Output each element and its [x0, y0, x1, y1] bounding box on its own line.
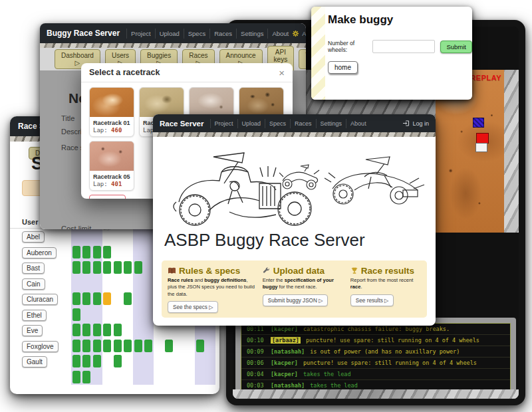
task-done-marker [93, 324, 101, 336]
task-done-marker [196, 340, 204, 352]
screenshot-collage: Race Server Dashboard ▷ Summary User 0-G… [0, 0, 532, 412]
user-button[interactable]: Ethel [22, 310, 47, 321]
nav-project[interactable]: Project [126, 29, 155, 39]
nav-settings[interactable]: Settings [316, 119, 346, 128]
task-cell [71, 291, 82, 307]
log-message: catastrophic chassis failure: buggy brea… [303, 326, 450, 332]
racetrack-lap: Lap: 460 [90, 127, 134, 136]
buggy-marker-red [476, 133, 489, 144]
home-button[interactable]: home [328, 61, 358, 74]
log-time: 00:11 [247, 326, 271, 332]
task-cell [133, 354, 144, 369]
cancel-button[interactable]: Cancel [89, 195, 126, 199]
user-button[interactable]: Cluracan [22, 294, 58, 305]
user-button[interactable]: Auberon [22, 247, 57, 258]
task-cell [71, 260, 82, 276]
user-button[interactable]: Eve [22, 325, 43, 336]
nav-upload[interactable]: Upload [155, 29, 184, 39]
login-link[interactable]: Log in [412, 120, 429, 127]
log-time: 00:10 [247, 337, 271, 344]
user-button[interactable]: Foxglove [22, 341, 59, 352]
task-cell [102, 369, 113, 385]
results-card: Race results Report from the most recent… [350, 266, 421, 312]
user-button[interactable]: Bast [22, 262, 45, 274]
task-cell [71, 322, 82, 338]
card-text: Enter the specification of your buggy fo… [263, 277, 344, 291]
user-button[interactable]: Abel [22, 231, 45, 243]
user-button[interactable]: Cain [22, 278, 45, 290]
task-cell [144, 354, 154, 369]
texts-button[interactable]: Texts ▷ [299, 49, 306, 69]
admin-nav-label[interactable]: Admin [302, 30, 306, 37]
task-cell [133, 369, 144, 385]
task-cell [174, 338, 185, 354]
nav-upload[interactable]: Upload [237, 119, 265, 128]
nav-about[interactable]: About [346, 119, 370, 128]
buggy-marker-white [475, 143, 487, 152]
metal-strip [40, 43, 306, 48]
close-icon[interactable]: × [279, 68, 285, 78]
table-row: Foxglove [10, 338, 219, 354]
make-buggy-title: Make buggy [328, 13, 393, 27]
task-cell [123, 322, 134, 338]
task-cell [112, 354, 123, 369]
log-time: 00:06 [247, 360, 271, 366]
nav-races[interactable]: Races [290, 119, 316, 128]
task-done-marker [93, 261, 101, 274]
task-done-marker [124, 340, 132, 352]
admin-brand[interactable]: Buggy Race Server [47, 29, 120, 38]
task-cell [133, 307, 144, 323]
task-done-marker [103, 246, 111, 258]
card-title: Rules & specs [179, 266, 240, 276]
task-cell [71, 276, 82, 292]
task-done-marker [82, 292, 90, 305]
task-done-marker [72, 340, 80, 352]
upload-card: Upload data Enter the specification of y… [263, 266, 344, 312]
task-done-marker [93, 355, 101, 367]
task-cell [112, 291, 123, 307]
log-message: takes the lead [310, 382, 358, 389]
log-row: 00:09 [natashah] is out of power (and ha… [241, 346, 510, 358]
task-cell [112, 369, 123, 385]
log-buggy-name: [kacper] [271, 326, 298, 332]
nav-specs[interactable]: Specs [265, 119, 290, 128]
nav-settings[interactable]: Settings [236, 29, 267, 39]
user-button[interactable]: Gault [22, 356, 47, 367]
rules-card: Rules & specs Race rules and buggy defin… [168, 266, 256, 312]
log-buggy-name: [kacper] [271, 371, 298, 377]
task-cell [112, 322, 123, 338]
task-cell [112, 245, 123, 260]
see-specs-button[interactable]: See the specs ▷ [168, 301, 218, 313]
racetrack-name: Racetrack 01 [90, 117, 134, 127]
racetrack-card[interactable]: Racetrack 01 Lap: 460 [89, 87, 134, 137]
submit-buggy-json-button[interactable]: Submit buggy JSON ▷ [263, 294, 329, 306]
racetrack-card[interactable]: Racetrack 05 Lap: 401 [89, 141, 134, 191]
task-cell [144, 245, 154, 260]
wheels-input[interactable] [372, 40, 435, 53]
task-done-marker [103, 340, 111, 352]
task-cell [154, 338, 164, 354]
admin-navbar: Buggy Race Server Project Upload Specs R… [40, 23, 306, 43]
task-done-marker [72, 355, 80, 367]
task-done-marker [93, 292, 101, 305]
nav-races[interactable]: Races [209, 29, 236, 39]
task-done-marker [134, 261, 142, 274]
home-brand[interactable]: Race Server [160, 120, 204, 128]
task-done-marker [82, 355, 90, 367]
log-time: 00:03 [247, 382, 271, 389]
racetrack-thumbnail [90, 142, 134, 171]
log-row: 00:06 [kacper] puncture! use spare: stil… [241, 358, 510, 369]
task-done-marker [72, 324, 80, 336]
task-cell [82, 307, 92, 323]
nav-about[interactable]: About [267, 29, 293, 39]
task-cell [133, 291, 144, 307]
submit-button[interactable]: Submit [440, 41, 472, 53]
see-results-button[interactable]: See results ▷ [350, 294, 394, 306]
task-cell [123, 307, 134, 323]
trophy-icon [350, 267, 358, 275]
task-cell [71, 354, 82, 369]
task-cell [185, 354, 196, 369]
replay-label: REPLAY [470, 74, 501, 82]
nav-project[interactable]: Project [210, 119, 237, 128]
nav-specs[interactable]: Specs [184, 29, 209, 39]
